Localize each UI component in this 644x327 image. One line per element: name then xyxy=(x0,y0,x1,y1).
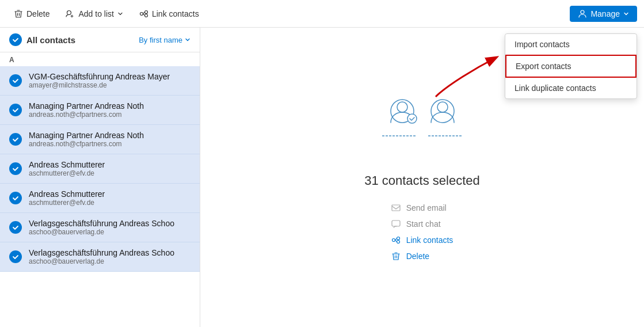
chevron-down-icon xyxy=(117,11,123,17)
toolbar-left: Delete Add to list Link contacts xyxy=(7,6,206,22)
contact-name: Managing Partner Andreas Noth xyxy=(29,101,190,111)
sidebar: All contacts By first name A VGM-Geschäf… xyxy=(0,28,200,327)
add-to-list-label: Add to list xyxy=(78,9,113,18)
link-duplicate-contacts-item[interactable]: Link duplicate contacts xyxy=(505,78,637,98)
contact-item[interactable]: Managing Partner Andreas Noth andreas.no… xyxy=(0,96,200,125)
contact-email: amayer@milchstrasse.de xyxy=(29,81,190,89)
start-chat-label: Start chat xyxy=(406,219,441,229)
trash-icon xyxy=(391,252,401,261)
svg-point-4 xyxy=(581,10,584,14)
contact-checkbox xyxy=(9,162,22,175)
delete-action[interactable]: Delete xyxy=(391,248,454,264)
import-contacts-item[interactable]: Import contacts xyxy=(505,34,637,55)
manage-chevron-icon xyxy=(623,11,629,17)
contact-list: VGM-Geschäftsführung Andreas Mayer amaye… xyxy=(0,66,200,272)
contact-info: Andreas Schmutterer aschmutterer@efv.de xyxy=(29,189,190,207)
link-contacts-button[interactable]: Link contacts xyxy=(132,6,206,22)
contact-name: Verlagsgeschäftsführung Andreas Schoo xyxy=(29,219,190,228)
contact-info: Andreas Schmutterer aschmutterer@efv.de xyxy=(29,160,190,177)
manage-button[interactable]: Manage xyxy=(570,6,637,22)
chat-icon xyxy=(391,219,401,229)
contact-item[interactable]: Verlagsgeschäftsführung Andreas Schoo as… xyxy=(0,213,200,242)
contact-name: Managing Partner Andreas Noth xyxy=(29,131,190,140)
contact-check-icon xyxy=(12,195,19,201)
contact-name: VGM-Geschäftsführung Andreas Mayer xyxy=(29,72,190,81)
sidebar-header: All contacts By first name xyxy=(0,28,200,52)
svg-point-8 xyxy=(431,100,454,123)
contact-item[interactable]: Managing Partner Andreas Noth andreas.no… xyxy=(0,125,200,154)
sort-button[interactable]: By first name xyxy=(139,36,190,44)
contact-checkbox xyxy=(9,221,22,234)
svg-rect-12 xyxy=(392,205,400,211)
sort-chevron-icon xyxy=(185,37,190,43)
link-duplicate-label: Link duplicate contacts xyxy=(515,83,596,93)
contact-checkbox xyxy=(9,104,22,116)
delete-action-label: Delete xyxy=(406,252,429,261)
contact-check-icon xyxy=(12,165,19,172)
manage-label: Manage xyxy=(590,9,620,18)
contact-checkbox xyxy=(9,250,22,263)
export-contacts-label: Export contacts xyxy=(516,62,571,71)
manage-container: Manage Import contacts Export contacts L… xyxy=(570,6,637,22)
contact-item[interactable]: Verlagsgeschäftsführung Andreas Schoo as… xyxy=(0,242,200,272)
contact-checkbox xyxy=(9,192,22,204)
contact-item[interactable]: Andreas Schmutterer aschmutterer@efv.de xyxy=(0,154,200,184)
contact-check-icon xyxy=(12,253,19,260)
contact-name: Andreas Schmutterer xyxy=(29,160,190,169)
contact-email: aschoo@bauerverlag.de xyxy=(29,228,190,236)
sidebar-title: All contacts xyxy=(9,33,75,46)
person-icon xyxy=(578,9,587,18)
contact-info: Verlagsgeschäftsführung Andreas Schoo as… xyxy=(29,219,190,236)
section-a: A xyxy=(0,52,200,66)
svg-point-0 xyxy=(67,10,71,14)
contact-info: Managing Partner Andreas Noth andreas.no… xyxy=(29,131,190,148)
contact-email: andreas.noth@cfpartners.com xyxy=(29,111,190,119)
delete-label: Delete xyxy=(26,9,49,18)
link-contacts-icon xyxy=(139,9,148,18)
contact-info: Managing Partner Andreas Noth andreas.no… xyxy=(29,101,190,119)
import-contacts-label: Import contacts xyxy=(515,40,570,49)
send-email-label: Send email xyxy=(406,203,447,212)
contact-email: aschmutterer@efv.de xyxy=(29,199,190,207)
contact-checkbox xyxy=(9,74,22,87)
contact-check-icon xyxy=(12,136,19,143)
contact-email: aschoo@bauerverlag.de xyxy=(29,257,190,265)
contact-info: VGM-Geschäftsführung Andreas Mayer amaye… xyxy=(29,72,190,89)
action-list: Send email Start chat Link contacts xyxy=(391,200,454,264)
link-contacts-action[interactable]: Link contacts xyxy=(391,232,454,248)
contact-check-icon xyxy=(12,224,19,231)
start-chat-action: Start chat xyxy=(391,216,454,232)
svg-point-15 xyxy=(397,237,399,239)
send-email-action: Send email xyxy=(391,200,454,216)
manage-dropdown: Import contacts Export contacts Link dup… xyxy=(505,33,637,99)
all-contacts-title: All contacts xyxy=(26,35,75,45)
svg-point-3 xyxy=(144,14,147,17)
delete-icon xyxy=(14,9,23,18)
selected-count: 31 contacts selected xyxy=(364,173,480,188)
svg-point-16 xyxy=(397,240,399,243)
svg-rect-13 xyxy=(392,220,400,226)
svg-point-7 xyxy=(407,114,417,123)
link-contacts-action-label: Link contacts xyxy=(406,235,454,245)
sort-label: By first name xyxy=(139,36,182,44)
arrow-annotation xyxy=(430,51,505,102)
delete-button[interactable]: Delete xyxy=(7,6,56,22)
contact-item[interactable]: VGM-Geschäftsführung Andreas Mayer amaye… xyxy=(0,66,200,96)
contact-name: Andreas Schmutterer xyxy=(29,189,190,199)
svg-point-2 xyxy=(144,10,147,13)
check-icon xyxy=(12,36,19,43)
contact-item[interactable]: Andreas Schmutterer aschmutterer@efv.de xyxy=(0,184,200,213)
contact-email: aschmutterer@efv.de xyxy=(29,169,190,177)
contact-check-icon xyxy=(12,77,19,84)
svg-point-14 xyxy=(392,238,395,241)
all-selected-indicator xyxy=(9,33,22,46)
add-to-list-button[interactable]: Add to list xyxy=(59,6,129,22)
contact-name: Verlagsgeschäftsführung Andreas Schoo xyxy=(29,248,190,257)
toolbar: Delete Add to list Link contacts xyxy=(0,0,644,28)
svg-point-6 xyxy=(397,102,407,112)
link-icon xyxy=(391,235,401,245)
contact-check-icon xyxy=(12,107,19,113)
link-contacts-label: Link contacts xyxy=(152,9,199,18)
export-contacts-item[interactable]: Export contacts xyxy=(505,55,637,78)
svg-point-1 xyxy=(140,12,143,15)
